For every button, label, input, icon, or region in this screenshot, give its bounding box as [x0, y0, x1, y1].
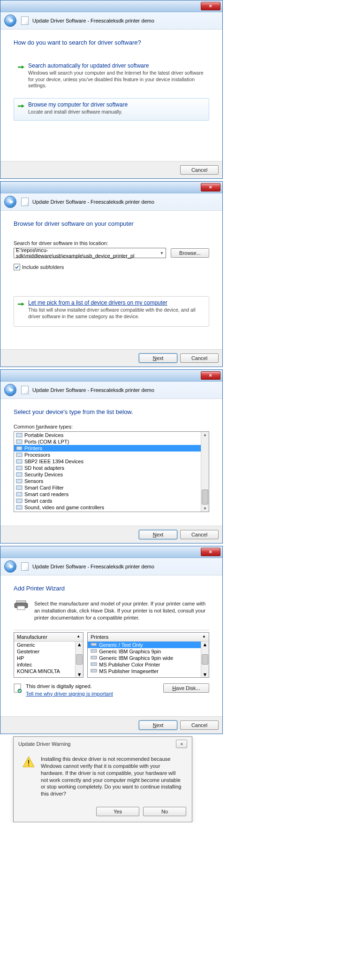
list-item[interactable]: Generic IBM Graphics 9pin — [88, 648, 209, 655]
svg-rect-6 — [16, 473, 22, 476]
list-item-label: Processors — [24, 452, 50, 458]
footer: Next Cancel — [0, 526, 222, 543]
printer-item-icon — [91, 642, 97, 648]
dialog-add-printer-wizard: ✕ Update Driver Software - Freescaleksdk… — [0, 546, 223, 734]
window-title: Update Driver Software - Freescaleksdk p… — [32, 18, 154, 23]
list-item[interactable]: Printers — [14, 445, 209, 452]
device-icon — [16, 491, 23, 497]
option-desc: Windows will search your computer and th… — [28, 70, 204, 89]
have-disk-button[interactable]: Have Disk... — [163, 683, 209, 693]
option-search-auto[interactable]: Search automatically for updated driver … — [14, 59, 209, 94]
scroll-thumb[interactable] — [76, 654, 83, 665]
close-button[interactable]: ✕ — [201, 371, 220, 380]
no-button[interactable]: No — [143, 807, 186, 816]
svg-rect-8 — [16, 486, 22, 490]
list-item[interactable]: Generic / Text Only — [88, 642, 209, 648]
printers-header[interactable]: Printers▲ — [88, 633, 209, 642]
scrollbar[interactable]: ▲ ▼ — [201, 432, 209, 512]
list-item[interactable]: infotec — [14, 661, 83, 668]
svg-rect-4 — [16, 459, 22, 463]
list-item[interactable]: Security Devices — [14, 471, 209, 478]
list-item[interactable]: Generic — [14, 642, 83, 648]
list-item[interactable]: Processors — [14, 452, 209, 458]
scrollbar[interactable]: ▲ ▼ — [201, 642, 209, 677]
manufacturer-list[interactable]: Manufacturer▲ GenericGestetnerHPinfotecK… — [14, 632, 83, 678]
svg-rect-2 — [16, 446, 22, 450]
header: Update Driver Software - Freescaleksdk p… — [0, 382, 222, 399]
list-item[interactable]: Smart card readers — [14, 491, 209, 498]
printers-list[interactable]: Printers▲ Generic / Text OnlyGeneric IBM… — [87, 632, 209, 678]
svg-rect-22 — [28, 760, 29, 764]
svg-rect-17 — [91, 656, 97, 659]
list-item[interactable]: Smart cards — [14, 498, 209, 504]
footer: Yes No — [14, 804, 192, 822]
hardware-types-list[interactable]: Portable DevicesPorts (COM & LPT)Printer… — [14, 431, 209, 512]
footer: Next Cancel — [0, 349, 222, 367]
close-button[interactable]: ✕ — [176, 740, 187, 748]
list-item-label: Sensors — [24, 478, 43, 484]
cancel-button[interactable]: Cancel — [180, 530, 219, 539]
device-icon — [16, 452, 23, 458]
list-item[interactable]: Ports (COM & LPT) — [14, 438, 209, 445]
scroll-thumb[interactable] — [202, 490, 208, 505]
why-signing-link[interactable]: Tell me why driver signing is important — [26, 691, 113, 697]
scroll-down-icon[interactable]: ▼ — [203, 672, 208, 677]
browse-button[interactable]: Browse... — [171, 248, 209, 258]
svg-rect-0 — [16, 433, 22, 437]
back-button[interactable] — [4, 384, 16, 396]
scroll-up-icon[interactable]: ▲ — [202, 432, 208, 438]
scroll-thumb[interactable] — [202, 654, 208, 665]
close-button[interactable]: ✕ — [201, 2, 220, 10]
option-browse-computer[interactable]: Browse my computer for driver software L… — [14, 98, 209, 121]
arrow-icon — [18, 103, 24, 110]
list-item[interactable]: Portable Devices — [14, 432, 209, 438]
list-item[interactable]: SBP2 IEEE 1394 Devices — [14, 458, 209, 465]
scroll-down-icon[interactable]: ▼ — [77, 672, 82, 677]
certificate-icon — [14, 683, 22, 694]
footer: Next Cancel — [0, 716, 222, 734]
option-desc: Locate and install driver software manua… — [28, 109, 204, 115]
window-title: Update Driver Software - Freescaleksdk p… — [32, 564, 154, 569]
list-item[interactable]: MS Publisher Color Printer — [88, 661, 209, 668]
back-button[interactable] — [4, 560, 16, 573]
close-button[interactable]: ✕ — [201, 548, 220, 556]
scroll-up-icon[interactable]: ▲ — [203, 642, 208, 647]
list-item[interactable]: HP — [14, 655, 83, 661]
back-button[interactable] — [4, 15, 16, 27]
next-button[interactable]: Next — [139, 530, 177, 539]
back-button[interactable] — [4, 196, 16, 208]
list-item[interactable]: KONICA MINOLTA — [14, 668, 83, 674]
list-item[interactable]: MS Publisher Imagesetter — [88, 668, 209, 674]
list-item-label: Ports (COM & LPT) — [24, 439, 69, 444]
svg-rect-19 — [91, 669, 97, 672]
cancel-button[interactable]: Cancel — [180, 165, 219, 175]
cancel-button[interactable]: Cancel — [180, 720, 219, 730]
option-pick-from-list[interactable]: Let me pick from a list of device driver… — [14, 296, 209, 327]
next-button[interactable]: Next — [139, 353, 177, 363]
page-heading: Select your device's type from the list … — [14, 408, 209, 415]
list-item[interactable]: Smart Card Filter — [14, 484, 209, 491]
printer-icon — [14, 600, 29, 611]
list-item[interactable]: SD host adapters — [14, 465, 209, 471]
list-item[interactable]: Sound, video and game controllers — [14, 504, 209, 511]
titlebar: ✕ — [0, 546, 222, 558]
list-item[interactable]: Sensors — [14, 478, 209, 484]
device-icon — [16, 432, 23, 438]
list-item[interactable]: Gestetner — [14, 648, 83, 655]
next-button[interactable]: Next — [139, 720, 177, 730]
yes-button[interactable]: Yes — [96, 807, 139, 816]
cancel-button[interactable]: Cancel — [180, 353, 219, 363]
close-button[interactable]: ✕ — [201, 183, 220, 191]
option-title: Search automatically for updated driver … — [28, 62, 204, 69]
scroll-down-icon[interactable]: ▼ — [202, 505, 208, 512]
arrow-icon — [18, 64, 24, 71]
scroll-up-icon[interactable]: ▲ — [77, 642, 82, 647]
list-item-label: SD host adapters — [24, 465, 64, 471]
list-item[interactable]: Generic IBM Graphics 9pin wide — [88, 655, 209, 661]
svg-rect-9 — [16, 492, 22, 496]
scrollbar[interactable]: ▲ ▼ — [75, 642, 83, 677]
path-combobox[interactable]: E:\repos\mcu-sdk\middleware\usb\example\… — [14, 248, 166, 258]
option-title: Browse my computer for driver software — [28, 101, 204, 108]
manufacturer-header[interactable]: Manufacturer▲ — [14, 633, 83, 642]
include-subfolders-checkbox[interactable] — [14, 264, 20, 270]
